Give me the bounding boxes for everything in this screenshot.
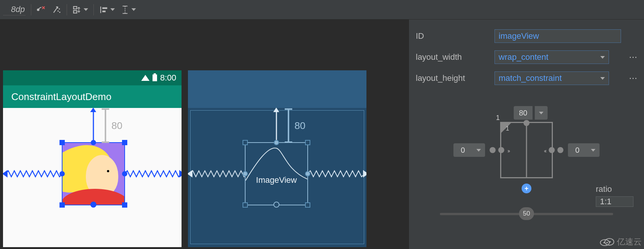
left-constraint-spring[interactable] [190, 170, 246, 178]
left-constraint-arrow [3, 170, 8, 178]
selected-element-blueprint[interactable]: ImageView 80 [246, 143, 307, 205]
design-canvas[interactable]: 8:00 ConstraintLayoutDemo 80 [0, 20, 409, 249]
svg-point-1 [58, 10, 59, 11]
toolbar-separator [67, 4, 67, 15]
horizontal-bias-slider[interactable]: 50 [440, 213, 613, 215]
top-constraint-indicator[interactable] [93, 108, 94, 143]
constraint-handle-right[interactable] [122, 171, 127, 176]
bias-thumb[interactable]: 50 [519, 207, 534, 220]
constraint-handle-left[interactable] [243, 171, 248, 176]
watermark: 亿速云 [600, 236, 642, 247]
left-margin-value[interactable]: 0 [453, 143, 472, 157]
infer-constraints-button[interactable] [52, 5, 61, 15]
resize-handle[interactable] [305, 202, 310, 208]
left-constraint-arrow [188, 170, 192, 178]
layout-height-dropdown[interactable]: match_constraint [494, 71, 609, 85]
app-title: ConstraintLayoutDemo [11, 91, 111, 103]
resize-handle[interactable] [122, 140, 127, 145]
left-constraint-spring[interactable] [5, 170, 63, 178]
svg-rect-5 [73, 11, 77, 13]
resize-handle[interactable] [122, 202, 127, 208]
resize-handle[interactable] [60, 140, 65, 145]
constraint-handle-right[interactable] [305, 171, 310, 176]
svg-rect-4 [73, 6, 77, 9]
toolbar [0, 0, 644, 20]
svg-rect-6 [100, 6, 101, 13]
design-preview: 8:00 ConstraintLayoutDemo 80 [3, 70, 182, 247]
right-constraint-arrow [179, 170, 182, 178]
top-margin-measure: 80 [105, 108, 122, 143]
right-constraint-spring[interactable] [124, 170, 182, 178]
app-bar: ConstraintLayoutDemo [3, 85, 182, 108]
blueprint-appbar [188, 70, 366, 108]
id-input[interactable]: imageView [494, 29, 621, 43]
constraint-box[interactable]: 1 1 ››› ‹‹‹ [500, 122, 553, 178]
top-margin-value[interactable]: 80 [514, 106, 533, 120]
properties-panel: ID imageView layout_width wrap_content ⋯… [409, 20, 644, 249]
right-anchor-dot[interactable] [557, 147, 563, 153]
id-label: ID [416, 31, 489, 41]
ratio-input[interactable]: 1:1 [596, 196, 633, 207]
battery-icon [153, 74, 157, 81]
ratio-corner-label: 1 [506, 125, 509, 132]
dropdown-caret-icon [110, 8, 115, 11]
left-inner-dot[interactable] [498, 147, 504, 153]
clear-constraints-button[interactable] [37, 5, 46, 15]
right-inner-dot[interactable] [549, 147, 555, 153]
align-button[interactable] [99, 5, 115, 15]
guideline-button[interactable] [120, 5, 136, 15]
default-margin-input[interactable] [3, 4, 26, 15]
top-margin-dropdown[interactable] [535, 106, 548, 120]
svg-rect-7 [102, 7, 107, 9]
svg-point-12 [606, 242, 608, 243]
more-options-button[interactable]: ⋯ [629, 73, 637, 83]
right-constraint-spring[interactable] [307, 170, 365, 178]
ratio-label: ratio [596, 184, 633, 194]
image-view-content [63, 143, 124, 205]
svg-point-13 [609, 241, 611, 243]
ratio-corner-label: 1 [496, 114, 500, 122]
constraint-widget: 80 0 1 1 ››› ‹‹‹ [416, 106, 637, 215]
layout-width-label: layout_width [416, 52, 489, 62]
constraint-handle-left[interactable] [60, 171, 65, 176]
right-margin-dropdown[interactable] [587, 143, 600, 157]
dropdown-caret-icon [600, 56, 605, 59]
status-time: 8:00 [160, 73, 176, 83]
layout-width-dropdown[interactable]: wrap_content [494, 50, 609, 64]
right-margin-value[interactable]: 0 [568, 143, 587, 157]
constraint-handle-bottom[interactable] [273, 202, 279, 208]
top-margin-measure: 80 [288, 108, 305, 143]
resize-handle[interactable] [243, 202, 248, 208]
more-options-button[interactable]: ⋯ [629, 52, 637, 62]
svg-point-2 [59, 8, 60, 9]
top-constraint-indicator[interactable] [276, 108, 277, 143]
left-anchor-dot[interactable] [490, 147, 496, 153]
blueprint-preview: ImageView 80 [188, 70, 366, 247]
svg-point-0 [37, 8, 40, 11]
constraint-handle-bottom[interactable] [90, 202, 96, 208]
toolbar-separator [93, 4, 94, 15]
right-constraint-arrow [363, 170, 366, 178]
constraint-handle-top[interactable] [274, 140, 279, 145]
resize-handle[interactable] [305, 140, 310, 145]
pack-button[interactable] [72, 5, 88, 15]
blueprint-image-placeholder [246, 143, 307, 205]
resize-handle[interactable] [60, 202, 65, 208]
dropdown-caret-icon [84, 8, 88, 11]
svg-rect-8 [102, 11, 106, 12]
selected-element[interactable]: 80 [63, 143, 124, 205]
dropdown-caret-icon [131, 8, 136, 11]
constraint-handle-top[interactable] [91, 140, 96, 145]
add-bottom-constraint-button[interactable]: + [522, 184, 531, 193]
status-bar: 8:00 [3, 70, 182, 85]
toolbar-separator [31, 4, 31, 15]
wifi-icon [141, 75, 150, 81]
dropdown-caret-icon [600, 77, 605, 80]
svg-point-3 [59, 11, 60, 12]
svg-point-11 [603, 242, 605, 243]
left-margin-dropdown[interactable] [472, 143, 485, 157]
top-anchor-dot[interactable] [523, 120, 530, 126]
layout-height-label: layout_height [416, 73, 489, 83]
resize-handle[interactable] [243, 140, 248, 145]
